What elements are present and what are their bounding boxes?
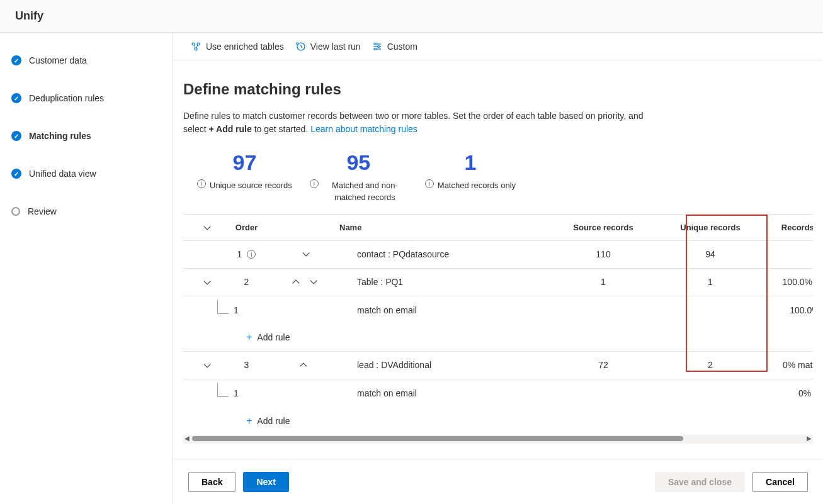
- toolbar: Use enriched tables View last run Custom: [173, 33, 823, 60]
- desc-bold: + Add rule: [208, 124, 251, 134]
- learn-matching-rules-link[interactable]: Learn about matching rules: [310, 124, 417, 134]
- sidebar: Customer data Deduplication rules Matchi…: [0, 33, 173, 504]
- stats-row: 97 i Unique source records 95 i Matched …: [183, 150, 813, 204]
- view-last-run-button[interactable]: View last run: [295, 42, 361, 52]
- th-records-matched[interactable]: Records ma: [764, 223, 813, 232]
- step-label: Review: [28, 206, 57, 216]
- source-records-value: 1: [550, 277, 657, 287]
- content-area: Use enriched tables View last run Custom…: [173, 33, 823, 504]
- stat-matched-nonmatched: 95 i Matched and non-matched records: [310, 150, 407, 204]
- table-row: 3 lead : DVAdditional 72 2 0% matche: [183, 352, 813, 379]
- sub-rule-row: 1 match on email 0%: [183, 379, 813, 407]
- sub-rule-name: match on email: [339, 388, 550, 398]
- step-review[interactable]: Review: [11, 203, 173, 220]
- order-number: 2: [244, 277, 249, 287]
- svg-point-13: [374, 48, 376, 50]
- matching-rules-table: Order Name Source records Unique records…: [183, 215, 813, 435]
- step-label: Deduplication rules: [29, 93, 104, 103]
- chevron-down-icon[interactable]: [310, 277, 317, 284]
- desc-text: to get started.: [252, 124, 310, 134]
- step-label: Customer data: [29, 55, 87, 65]
- app-title: Unify: [15, 9, 43, 23]
- table-row: 1 i contact : PQdatasource 110 94: [183, 241, 813, 269]
- step-pending-icon: [11, 207, 20, 216]
- chevron-down-icon[interactable]: [203, 223, 210, 230]
- stat-value: 95: [346, 150, 370, 176]
- sub-order: 1: [234, 388, 239, 398]
- chevron-up-icon[interactable]: [292, 280, 299, 287]
- step-done-icon: [11, 55, 21, 65]
- scroll-left-icon[interactable]: ◀: [183, 435, 191, 442]
- stat-label: Matched and non-matched records: [322, 179, 407, 204]
- table-container: Order Name Source records Unique records…: [183, 214, 813, 459]
- unique-records-value: 94: [657, 249, 764, 259]
- th-source-records[interactable]: Source records: [550, 223, 657, 232]
- unique-records-value: 1: [657, 277, 764, 287]
- step-matching-rules[interactable]: Matching rules: [11, 127, 173, 145]
- chevron-down-icon[interactable]: [203, 278, 210, 285]
- chevron-up-icon[interactable]: [300, 363, 307, 370]
- order-number: 3: [244, 360, 249, 370]
- chevron-down-icon[interactable]: [203, 361, 210, 368]
- records-matched-value: 100.0% ma: [764, 277, 813, 287]
- add-rule-button[interactable]: + Add rule: [246, 332, 290, 343]
- save-and-close-button: Save and close: [655, 472, 745, 492]
- sub-order: 1: [234, 305, 239, 315]
- footer-bar: Back Next Save and close Cancel: [173, 459, 823, 504]
- th-order[interactable]: Order: [223, 223, 270, 232]
- svg-line-4: [196, 45, 198, 48]
- stat-value: 1: [464, 150, 476, 176]
- step-list: Customer data Deduplication rules Matchi…: [11, 52, 173, 220]
- scroll-right-icon[interactable]: ▶: [805, 435, 813, 442]
- step-unified-data[interactable]: Unified data view: [11, 165, 173, 182]
- info-icon[interactable]: i: [247, 250, 256, 259]
- toolbar-label: Use enriched tables: [206, 42, 284, 52]
- history-icon: [295, 42, 305, 52]
- row-name: Table : PQ1: [339, 277, 550, 287]
- row-name: lead : DVAdditional: [339, 360, 550, 370]
- svg-point-9: [375, 43, 377, 45]
- chevron-down-icon[interactable]: [302, 250, 309, 257]
- unique-records-value: 2: [657, 360, 764, 370]
- tree-line-icon: [217, 300, 229, 314]
- back-button[interactable]: Back: [188, 472, 236, 492]
- step-label: Unified data view: [29, 169, 96, 179]
- stat-matched-only: 1 i Matched records only: [425, 150, 516, 204]
- stat-label: Unique source records: [210, 179, 292, 192]
- add-rule-label: Add rule: [257, 332, 290, 342]
- step-label: Matching rules: [29, 131, 91, 141]
- info-icon[interactable]: i: [197, 179, 206, 188]
- sliders-icon: [372, 42, 382, 52]
- step-done-icon: [11, 93, 21, 103]
- page-body: Define matching rules Define rules to ma…: [173, 60, 823, 459]
- th-name[interactable]: Name: [339, 223, 550, 232]
- scrollbar-thumb[interactable]: [192, 436, 683, 441]
- toolbar-label: Custom: [387, 42, 417, 52]
- th-unique-records[interactable]: Unique records: [657, 223, 764, 232]
- custom-button[interactable]: Custom: [372, 42, 417, 52]
- sub-matched-value: 100.0%: [764, 305, 813, 315]
- main-layout: Customer data Deduplication rules Matchi…: [0, 33, 823, 504]
- step-customer-data[interactable]: Customer data: [11, 52, 173, 69]
- info-icon[interactable]: i: [310, 179, 319, 188]
- plus-icon: +: [246, 332, 252, 343]
- info-icon[interactable]: i: [425, 179, 434, 188]
- source-records-value: 110: [550, 249, 657, 259]
- stat-label: Matched records only: [438, 179, 516, 192]
- plus-icon: +: [246, 415, 252, 427]
- header-bar: Unify: [0, 0, 823, 33]
- use-enriched-tables-button[interactable]: Use enriched tables: [191, 42, 284, 52]
- sub-matched-value: 0%: [764, 388, 813, 398]
- cancel-button[interactable]: Cancel: [752, 472, 808, 492]
- step-done-icon: [11, 131, 21, 141]
- next-button[interactable]: Next: [243, 472, 288, 492]
- toolbar-label: View last run: [310, 42, 361, 52]
- add-rule-button[interactable]: + Add rule: [246, 415, 290, 427]
- sub-rule-row: 1 match on email 100.0%: [183, 296, 813, 324]
- tree-line-icon: [217, 383, 229, 397]
- svg-point-11: [377, 45, 379, 47]
- step-deduplication[interactable]: Deduplication rules: [11, 89, 173, 107]
- horizontal-scrollbar[interactable]: ◀ ▶: [183, 435, 813, 444]
- source-records-value: 72: [550, 360, 657, 370]
- records-matched-value: 0% matche: [764, 360, 813, 370]
